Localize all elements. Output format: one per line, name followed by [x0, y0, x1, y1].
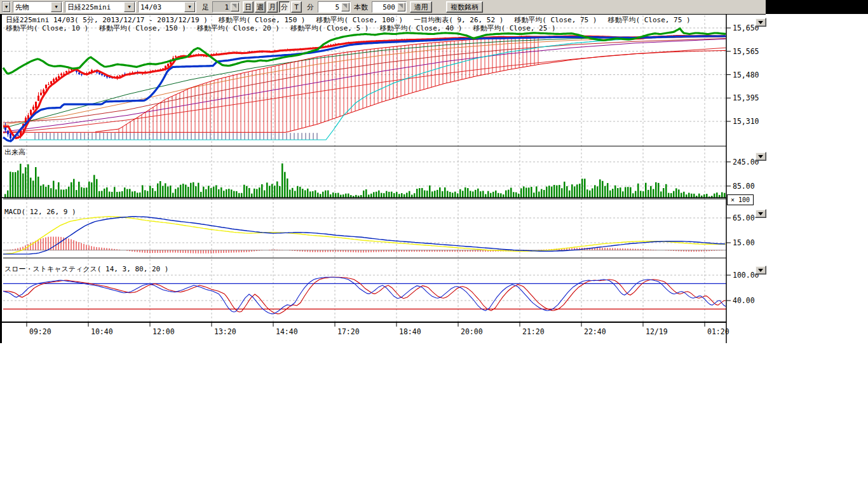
volume-pane-dropdown-button[interactable]	[755, 152, 766, 161]
symbol-select[interactable]: 日経225mini ▼	[65, 1, 136, 13]
svg-text:01:20: 01:20	[707, 327, 729, 336]
toolbar: ▼ 先物 ▼ 日経225mini ▼ 14/03 ▼ 足 1 日 週 月 分 T…	[0, 0, 766, 14]
chevron-down-icon	[758, 269, 763, 272]
legend-item: 移動平均( Close, 150 )	[99, 24, 186, 32]
legend-item: 移動平均( Close, 75 )	[607, 16, 690, 24]
svg-text:12/19: 12/19	[646, 327, 668, 336]
svg-text:22:40: 22:40	[584, 327, 606, 336]
symbol-value: 日経225mini	[65, 3, 123, 12]
bar-button-month[interactable]: 月	[267, 1, 278, 13]
legend-item: 移動平均( Close, 5 )	[290, 24, 369, 32]
svg-text:14:40: 14:40	[276, 327, 298, 336]
bar-button-day[interactable]: 日	[243, 1, 254, 13]
macd-pane-dropdown-button[interactable]	[755, 209, 766, 218]
bar-type-label: 足	[202, 1, 209, 13]
chevron-down-icon: ▼	[184, 2, 195, 12]
price-pane-dropdown-button[interactable]	[755, 18, 766, 27]
chevron-down-icon	[758, 212, 763, 215]
mini-dropdown[interactable]: ▼	[2, 1, 11, 13]
count-value: 500	[372, 3, 397, 11]
stochastics-pane-dropdown-button[interactable]	[755, 266, 766, 274]
svg-text:40.00: 40.00	[733, 296, 755, 305]
chevron-down-icon: ▼	[124, 2, 135, 12]
chevron-down-icon	[758, 21, 763, 24]
multi-symbol-button[interactable]: 複数銘柄	[446, 1, 483, 13]
macd-pane-label: MACD( 12, 26, 9 )	[4, 208, 76, 216]
chevron-down-icon	[758, 155, 763, 158]
svg-text:20:00: 20:00	[461, 327, 483, 336]
count-label: 本数	[354, 1, 368, 13]
price-chart-canvas: 15,65015,56515,48015,39515,310245.0085.0…	[0, 14, 769, 348]
volume-pane-label: 出来高	[4, 147, 25, 157]
legend-item: 移動平均( Close, 40 )	[379, 24, 462, 32]
contract-month-value: 14/03	[139, 3, 184, 11]
apply-button[interactable]: 適用	[410, 1, 432, 13]
minutes-label: 分	[307, 1, 314, 13]
bar-button-tick[interactable]: T	[291, 1, 302, 13]
svg-text:15.00: 15.00	[733, 238, 755, 247]
svg-text:15,480: 15,480	[733, 71, 759, 79]
contract-month-select[interactable]: 14/03 ▼	[138, 1, 196, 13]
legend-row-2: 移動平均( Close, 10 )移動平均( Close, 150 )移動平均(…	[6, 24, 567, 33]
legend-item: 移動平均( Close, 10 )	[6, 24, 88, 32]
legend-item: 移動平均( Close, 25 )	[473, 24, 555, 32]
minutes-value: 5	[318, 3, 341, 11]
bar-interval-value: 1	[213, 3, 230, 11]
chevron-down-icon: ▼	[51, 2, 62, 12]
svg-text:12:00: 12:00	[153, 327, 175, 336]
svg-text:18:40: 18:40	[399, 327, 421, 336]
count-spinner[interactable]: 500	[372, 1, 407, 13]
spinner-icon[interactable]	[397, 3, 405, 11]
svg-text:15,310: 15,310	[733, 117, 759, 126]
bar-button-minute[interactable]: 分	[279, 1, 290, 13]
volume-multiplier-badge: × 100	[727, 194, 754, 205]
chart-area: 15,65015,56515,48015,39515,310245.0085.0…	[0, 14, 769, 348]
svg-text:21:20: 21:20	[522, 327, 545, 336]
svg-text:65.00: 65.00	[733, 214, 755, 222]
stochastics-pane-label: スロー・ストキャスティクス( 14, 3, 80, 20 )	[4, 264, 168, 274]
bar-interval-spinner[interactable]: 1	[212, 1, 240, 13]
category-select[interactable]: 先物 ▼	[13, 1, 63, 13]
bar-button-week[interactable]: 週	[255, 1, 266, 13]
category-value: 先物	[13, 3, 50, 12]
legend-item: 移動平均( Close, 20 )	[197, 24, 280, 32]
svg-text:10:40: 10:40	[91, 327, 113, 336]
svg-text:17:20: 17:20	[337, 327, 360, 336]
minutes-spinner[interactable]: 5	[318, 1, 351, 13]
top-right-filler	[766, 0, 868, 14]
chevron-down-icon: ▼	[3, 2, 10, 12]
svg-text:13:20: 13:20	[214, 327, 236, 336]
svg-text:09:20: 09:20	[29, 327, 51, 336]
svg-text:15,395: 15,395	[733, 93, 759, 102]
spinner-icon[interactable]	[341, 3, 349, 11]
svg-text:85.00: 85.00	[733, 182, 755, 191]
spinner-icon[interactable]	[231, 3, 239, 11]
svg-text:15,565: 15,565	[733, 47, 759, 56]
